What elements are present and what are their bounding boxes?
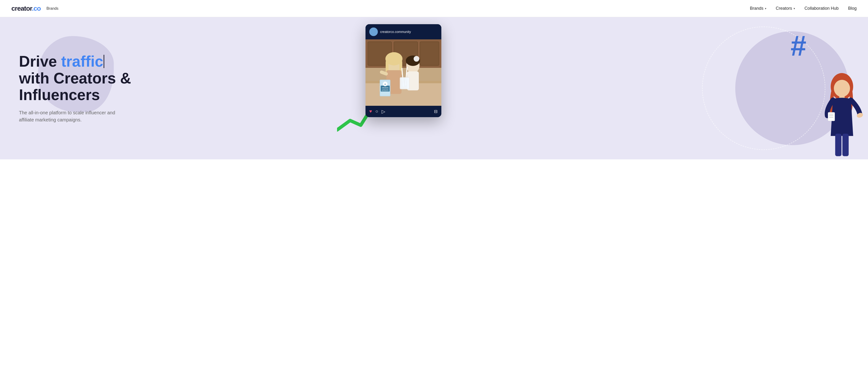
bookmark-icon[interactable]: ⊟ (434, 109, 438, 114)
nav-brands-label: Brands (750, 6, 764, 11)
logo[interactable]: creator.co (11, 5, 41, 12)
hero-content-left: Drive traffic with Creators & Influencer… (19, 53, 131, 123)
phone-header: creatorco.community (366, 24, 441, 39)
share-icon[interactable]: ▷ (382, 109, 385, 114)
hero-title-part3: Influencers (19, 86, 100, 103)
hero-section: Drive traffic with Creators & Influencer… (0, 17, 868, 159)
hero-visuals: # creatorco.community (304, 17, 868, 159)
svg-rect-38 (842, 134, 849, 156)
hero-title-part1: Drive (19, 53, 61, 70)
navbar-right: Brands ▾ Creators ▾ Collaboration Hub Bl… (750, 6, 857, 11)
chevron-down-icon: ▾ (765, 7, 766, 10)
logo-co-text: co (33, 5, 41, 12)
nav-collaboration-hub[interactable]: Collaboration Hub (804, 6, 839, 11)
hero-subtitle: The all-in-one platform to scale influen… (19, 109, 123, 123)
phone-avatar (369, 28, 378, 36)
phone-image: milkadamia UNSWEETENED MACADAMIA MILK R (366, 39, 441, 106)
svg-text:milkadamia: milkadamia (382, 87, 388, 88)
nav-blog[interactable]: Blog (848, 6, 857, 11)
svg-point-15 (414, 56, 419, 62)
svg-rect-37 (835, 134, 842, 156)
instagram-phone-mock: creatorco.community (366, 24, 441, 117)
navbar: creator.co Brands Brands ▾ Creators ▾ Co… (0, 0, 868, 17)
comment-icon[interactable]: ○ (375, 109, 378, 114)
hero-title: Drive traffic with Creators & Influencer… (19, 53, 131, 103)
svg-rect-33 (828, 112, 835, 121)
nav-collaboration-hub-label: Collaboration Hub (804, 6, 839, 11)
svg-text:MACADAMIA MILK: MACADAMIA MILK (382, 90, 389, 91)
svg-text:R: R (384, 84, 385, 85)
phone-action-icons: ♥ ○ ▷ (369, 109, 385, 114)
woman-illustration (820, 73, 863, 159)
nav-creators-label: Creators (776, 6, 792, 11)
navbar-left: creator.co Brands (11, 5, 59, 12)
logo-text: creator.co (11, 5, 41, 12)
svg-point-30 (834, 80, 850, 97)
chevron-down-icon-2: ▾ (794, 7, 795, 10)
nav-blog-label: Blog (848, 6, 857, 11)
woman-svg (820, 73, 863, 158)
nav-creators[interactable]: Creators ▾ (776, 6, 795, 11)
logo-creator-text: creator (11, 5, 32, 12)
hero-title-highlight: traffic (61, 53, 103, 70)
hashtag-symbol: # (790, 31, 806, 60)
nav-brands[interactable]: Brands ▾ (750, 6, 766, 11)
photo-content: milkadamia UNSWEETENED MACADAMIA MILK R (366, 39, 441, 106)
hero-title-part2: with Creators & (19, 70, 131, 87)
phone-footer: ♥ ○ ▷ ⊟ (366, 106, 441, 117)
heart-icon[interactable]: ♥ (369, 109, 372, 114)
svg-text:UNSWEETENED: UNSWEETENED (382, 89, 389, 90)
phone-username: creatorco.community (380, 30, 411, 34)
photo-illustration: milkadamia UNSWEETENED MACADAMIA MILK R (366, 39, 441, 106)
svg-rect-20 (400, 78, 409, 89)
svg-rect-4 (420, 42, 439, 65)
navbar-brands-label: Brands (46, 6, 59, 11)
